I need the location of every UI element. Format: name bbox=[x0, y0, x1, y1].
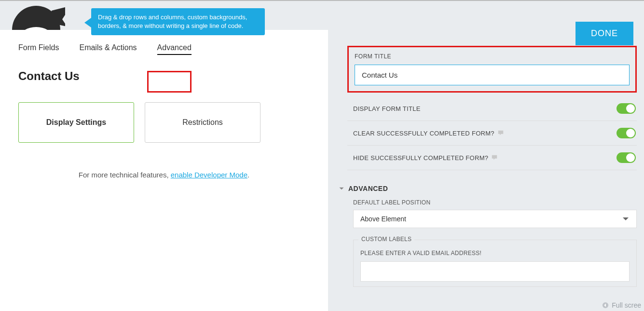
toggle-hide-completed-switch[interactable] bbox=[617, 152, 636, 163]
promo-tooltip: Drag & drop rows and columns, custom bac… bbox=[84, 8, 265, 35]
default-label-position-label: DEFAULT LABEL POSITION bbox=[353, 199, 637, 206]
advanced-section-header[interactable]: ADVANCED bbox=[339, 185, 637, 192]
top-separator bbox=[0, 0, 644, 1]
toggle-clear-completed-label: CLEAR SUCCESSFULLY COMPLETED FORM? bbox=[353, 130, 494, 137]
form-title-highlight-box: FORM TITLE bbox=[347, 46, 637, 93]
right-panel: FORM TITLE DISPLAY FORM TITLE CLEAR SUCC… bbox=[347, 46, 637, 287]
arrow-left-icon bbox=[602, 302, 609, 309]
help-icon[interactable] bbox=[497, 130, 504, 136]
default-label-position-select[interactable]: Above Element bbox=[353, 210, 637, 228]
more-features-text: For more technical features, enable Deve… bbox=[18, 171, 310, 179]
app-logo bbox=[7, 0, 65, 30]
card-display-settings[interactable]: Display Settings bbox=[18, 102, 134, 143]
custom-labels-fieldset: CUSTOM LABELS PLEASE ENTER A VALID EMAIL… bbox=[353, 240, 637, 287]
left-panel: Form Fields Emails & Actions Advanced Co… bbox=[0, 30, 328, 311]
enable-dev-mode-link[interactable]: enable Developer Mode bbox=[171, 171, 247, 179]
promo-tooltip-text: Drag & drop rows and columns, custom bac… bbox=[91, 8, 265, 35]
fullscreen-label: Full scree bbox=[612, 301, 641, 309]
tab-emails-actions[interactable]: Emails & Actions bbox=[79, 43, 137, 55]
custom-labels-email-msg: PLEASE ENTER A VALID EMAIL ADDRESS! bbox=[360, 250, 630, 257]
toggle-display-form-title-label: DISPLAY FORM TITLE bbox=[353, 105, 421, 112]
form-title-input[interactable] bbox=[355, 65, 630, 85]
card-restrictions[interactable]: Restrictions bbox=[145, 102, 260, 143]
help-icon[interactable] bbox=[491, 154, 498, 161]
fullscreen-hint[interactable]: Full scree bbox=[602, 301, 641, 309]
default-label-position-value: Above Element bbox=[360, 215, 406, 223]
toggle-hide-completed-label: HIDE SUCCESSFULLY COMPLETED FORM? bbox=[353, 154, 488, 162]
form-title-label: FORM TITLE bbox=[355, 53, 630, 60]
chevron-down-icon bbox=[622, 215, 630, 223]
toggle-clear-completed-switch[interactable] bbox=[617, 128, 636, 138]
more-features-prefix: For more technical features, bbox=[79, 171, 171, 179]
done-button[interactable]: DONE bbox=[575, 22, 633, 45]
toggle-display-form-title-switch[interactable] bbox=[617, 103, 636, 114]
tab-advanced[interactable]: Advanced bbox=[157, 43, 192, 55]
tab-form-fields[interactable]: Form Fields bbox=[18, 43, 59, 55]
custom-labels-legend: CUSTOM LABELS bbox=[358, 236, 414, 243]
page-title: Contact Us bbox=[18, 69, 310, 83]
advanced-section-label: ADVANCED bbox=[348, 185, 388, 192]
toggle-display-form-title: DISPLAY FORM TITLE bbox=[347, 96, 637, 121]
chevron-down-icon bbox=[339, 186, 344, 191]
toggle-hide-completed: HIDE SUCCESSFULLY COMPLETED FORM? bbox=[347, 146, 637, 170]
top-tabs: Form Fields Emails & Actions Advanced bbox=[18, 43, 310, 55]
custom-labels-email-input[interactable] bbox=[360, 261, 630, 282]
toggle-clear-completed: CLEAR SUCCESSFULLY COMPLETED FORM? bbox=[347, 121, 637, 146]
settings-cards: Display Settings Restrictions bbox=[18, 102, 310, 143]
